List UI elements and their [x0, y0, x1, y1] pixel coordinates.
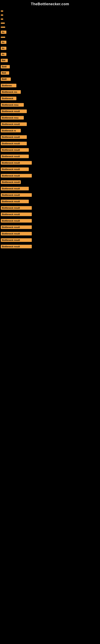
list-item: Bottleneck result: [0, 231, 100, 237]
list-item: Bott: [0, 70, 100, 76]
bottleneck-result-badge: Bottlenec: [1, 84, 16, 87]
list-item: Bottlenec: [0, 82, 100, 88]
list-item: Bottleneck result: [0, 218, 100, 224]
bottleneck-result-badge: Bottleneck result: [1, 161, 32, 164]
bottleneck-result-badge: B: [1, 22, 5, 24]
list-item: Bottleneck result: [0, 179, 100, 185]
bottleneck-result-badge: Bottleneck result: [1, 238, 32, 242]
list-item: Bottleneck result: [0, 211, 100, 217]
list-item: B: [0, 36, 100, 39]
list-item: Bottleneck res: [0, 89, 100, 95]
list-item: Bottleneck result: [0, 192, 100, 198]
list-item: Bottleneck result: [0, 160, 100, 166]
bottleneck-result-badge: Bott: [1, 71, 9, 75]
list-item: Bottl: [0, 76, 100, 82]
bottleneck-result-badge: Bottl: [1, 78, 11, 81]
bottleneck-result-badge: Bottleneck re: [1, 129, 21, 132]
bottleneck-result-badge: Bottleneck resu: [1, 116, 24, 120]
list-item: Bottl: [0, 64, 100, 70]
bottleneck-result-badge: B: [1, 18, 3, 20]
bottleneck-result-badge: Bottleneck result: [1, 187, 29, 190]
list-item: Bottleneck resu: [0, 102, 100, 108]
list-item: B: [0, 21, 100, 25]
bottleneck-result-badge: Bottleneck: [1, 96, 16, 100]
bottleneck-result-badge: Bo: [1, 53, 6, 56]
list-item: Bottleneck result: [0, 205, 100, 211]
bottleneck-result-badge: Bottleneck res: [1, 90, 21, 94]
bottleneck-result-badge: Bottleneck resu: [1, 103, 24, 107]
list-item: B: [0, 17, 100, 21]
results-container: BBBBBBoBBoBoBoBotBottlBottBottlBottlenec…: [0, 7, 100, 252]
list-item: Bo: [0, 30, 100, 35]
bottleneck-result-badge: B: [1, 10, 3, 12]
bottleneck-result-badge: Bottleneck result: [1, 193, 32, 197]
bottleneck-result-badge: Bottleneck result: [1, 212, 32, 216]
bottleneck-result-badge: Bottleneck result: [1, 226, 32, 229]
list-item: Bottleneck result: [0, 224, 100, 230]
list-item: Bottleneck result: [0, 134, 100, 140]
bottleneck-result-badge: Bottleneck result: [1, 206, 32, 210]
list-item: Bottleneck result: [0, 198, 100, 204]
list-item: Bottleneck result: [0, 186, 100, 192]
list-item: Bottleneck: [0, 96, 100, 102]
list-item: B: [0, 25, 100, 29]
list-item: Bot: [0, 58, 100, 64]
bottleneck-result-badge: Bottleneck result: [1, 232, 32, 236]
bottleneck-result-badge: Bottleneck result: [1, 110, 27, 113]
bottleneck-result-badge: Bot: [1, 59, 8, 62]
list-item: Bottleneck result: [0, 237, 100, 243]
list-item: Bottleneck result: [0, 166, 100, 172]
list-item: Bottleneck resu: [0, 115, 100, 121]
list-item: Bottleneck result: [0, 147, 100, 153]
bottleneck-result-badge: Bottleneck result: [1, 168, 29, 171]
bottleneck-result-badge: Bottleneck result: [1, 219, 32, 222]
bottleneck-result-badge: Bottleneck result: [1, 135, 27, 139]
bottleneck-result-badge: B: [1, 14, 3, 16]
bottleneck-result-badge: Bottleneck result: [1, 245, 32, 248]
list-item: Bo: [0, 52, 100, 57]
list-item: Bo: [0, 46, 100, 51]
list-item: Bottleneck result: [0, 140, 100, 146]
list-item: Bo: [0, 40, 100, 45]
bottleneck-result-badge: Bottleneck result: [1, 122, 27, 126]
bottleneck-result-badge: Bottleneck result: [1, 154, 29, 158]
list-item: B: [0, 9, 100, 13]
list-item: Bottleneck result: [0, 173, 100, 179]
list-item: Bottleneck re: [0, 128, 100, 134]
bottleneck-result-badge: Bo: [1, 47, 6, 50]
list-item: Bottleneck result: [0, 108, 100, 114]
bottleneck-result-badge: Bottl: [1, 65, 10, 68]
bottleneck-result-badge: Bottleneck result: [1, 174, 32, 178]
list-item: Bottleneck result: [0, 153, 100, 160]
list-item: Bottleneck result: [0, 121, 100, 127]
site-title: TheBottlenecker.com: [0, 0, 100, 7]
bottleneck-result-badge: Bottleneck result: [1, 148, 29, 152]
bottleneck-result-badge: Bo: [1, 30, 6, 34]
list-item: Bottleneck result: [0, 244, 100, 250]
list-item: B: [0, 13, 100, 17]
bottleneck-result-badge: B: [1, 26, 5, 28]
bottleneck-result-badge: Bottleneck result: [1, 180, 21, 184]
bottleneck-result-badge: Bo: [1, 41, 6, 44]
bottleneck-result-badge: B: [1, 37, 5, 38]
bottleneck-result-badge: Bottleneck result: [1, 142, 27, 145]
bottleneck-result-badge: Bottleneck result: [1, 200, 29, 203]
